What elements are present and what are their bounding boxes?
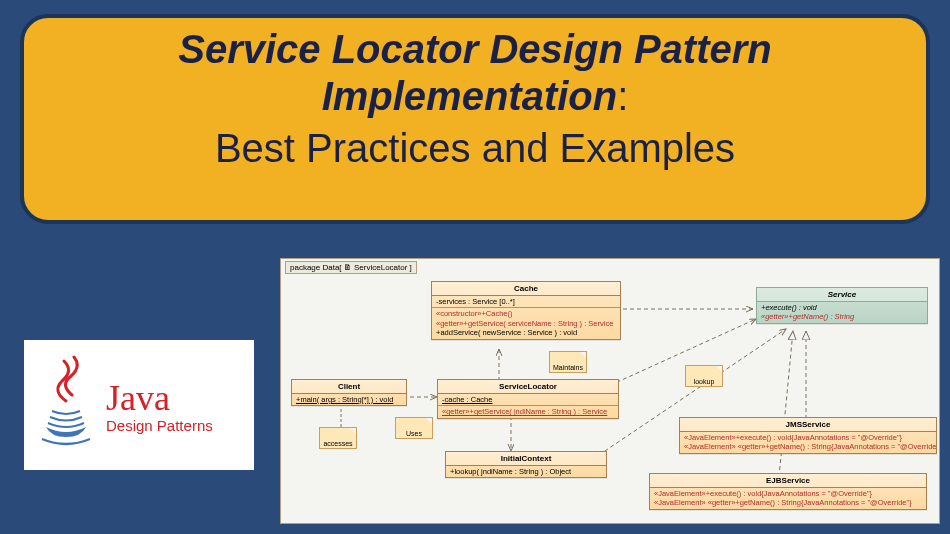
class-initialcontext-op: +lookup( jndiName : String ) : Object bbox=[446, 466, 606, 477]
note-accesses: accesses bbox=[319, 427, 357, 449]
class-cache-title: Cache bbox=[432, 282, 620, 296]
class-jmsservice: JMSService «JavaElement»+execute() : voi… bbox=[679, 417, 937, 454]
class-servicelocator: ServiceLocator -cache : Cache «getter»+g… bbox=[437, 379, 619, 419]
op: «getter»+getName() : String bbox=[761, 312, 854, 321]
package-tab: package Data[ 🗎 ServiceLocator ] bbox=[285, 261, 417, 274]
logo-subtitle: Design Patterns bbox=[106, 417, 213, 434]
class-cache-ops: «constructor»+Cache() «getter»+getServic… bbox=[432, 308, 620, 338]
class-cache: Cache -services : Service [0..*] «constr… bbox=[431, 281, 621, 340]
interface-service-ops: +execute() : void «getter»+getName() : S… bbox=[757, 302, 927, 323]
interface-service-title: Service bbox=[757, 288, 927, 302]
class-client-op: +main( args : String[*] ) : void bbox=[292, 394, 406, 405]
svg-line-8 bbox=[779, 331, 793, 477]
op: +addService( newService : Service ) : vo… bbox=[436, 328, 577, 337]
class-ejbservice-title: EJBService bbox=[650, 474, 926, 488]
op: «constructor»+Cache() bbox=[436, 309, 513, 318]
logo-brand: Java bbox=[106, 377, 213, 419]
class-client-title: Client bbox=[292, 380, 406, 394]
class-jmsservice-title: JMSService bbox=[680, 418, 936, 432]
op: «JavaElement»+execute() : void{JavaAnnot… bbox=[684, 433, 902, 442]
logo-box: Java Design Patterns bbox=[24, 340, 254, 470]
note-uses: Uses bbox=[395, 417, 433, 439]
op: «JavaElement»+execute() : void{JavaAnnot… bbox=[654, 489, 872, 498]
note-lookup: lookup bbox=[685, 365, 723, 387]
op: +execute() : void bbox=[761, 303, 817, 312]
title-line1: Service Locator Design Pattern bbox=[178, 27, 772, 71]
class-jmsservice-ops: «JavaElement»+execute() : void{JavaAnnot… bbox=[680, 432, 936, 453]
class-servicelocator-op: «getter»+getService( jndiName : String )… bbox=[438, 406, 618, 417]
op: «getter»+getService( serviceName : Strin… bbox=[436, 319, 613, 328]
class-servicelocator-attr: -cache : Cache bbox=[438, 394, 618, 406]
title-subtitle: Best Practices and Examples bbox=[44, 124, 906, 172]
class-cache-attr: -services : Service [0..*] bbox=[432, 296, 620, 308]
class-initialcontext: InitialContext +lookup( jndiName : Strin… bbox=[445, 451, 607, 478]
logo-text: Java Design Patterns bbox=[106, 377, 213, 434]
op: «JavaElement» «getter»+getName() : Strin… bbox=[654, 498, 912, 507]
class-initialcontext-title: InitialContext bbox=[446, 452, 606, 466]
class-client: Client +main( args : String[*] ) : void bbox=[291, 379, 407, 406]
title-banner: Service Locator Design Pattern Implement… bbox=[20, 14, 930, 224]
op: «JavaElement» «getter»+getName() : Strin… bbox=[684, 442, 936, 451]
uml-diagram: package Data[ 🗎 ServiceLocator ] Ca bbox=[280, 258, 940, 524]
java-cup-icon bbox=[34, 355, 98, 455]
interface-service: Service +execute() : void «getter»+getNa… bbox=[756, 287, 928, 324]
title-colon: : bbox=[617, 74, 628, 118]
class-ejbservice: EJBService «JavaElement»+execute() : voi… bbox=[649, 473, 927, 510]
note-maintains: Maintains bbox=[549, 351, 587, 373]
title-line2: Implementation bbox=[322, 74, 618, 118]
title-main: Service Locator Design Pattern Implement… bbox=[44, 26, 906, 120]
class-servicelocator-title: ServiceLocator bbox=[438, 380, 618, 394]
class-ejbservice-ops: «JavaElement»+execute() : void{JavaAnnot… bbox=[650, 488, 926, 509]
